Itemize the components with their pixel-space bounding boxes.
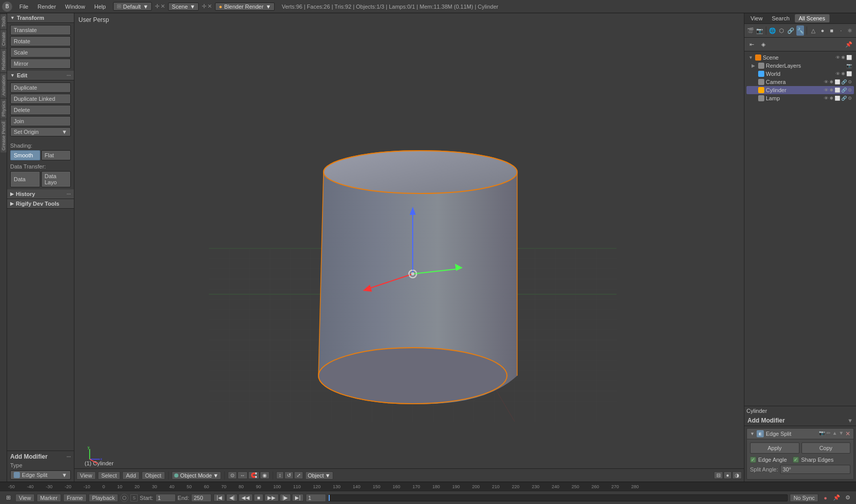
layer-nav-icon[interactable]: ◈ (758, 39, 768, 49)
world-item[interactable]: World 👁 ✱ ⬜ (746, 70, 854, 78)
lamp-vis-icon[interactable]: 👁 (824, 96, 828, 101)
set-origin-dropdown[interactable]: Set Origin ▼ (10, 127, 71, 136)
sync-icon[interactable]: S (130, 494, 138, 501)
transform-space-dropdown[interactable]: Object ▼ (305, 471, 333, 480)
cyl-sel-icon[interactable]: ✱ (830, 88, 834, 93)
translate-btn[interactable]: Translate (10, 25, 71, 35)
tab-tools[interactable]: Tools (1, 14, 7, 29)
mode-dropdown[interactable]: Object Mode ▼ (172, 471, 221, 480)
smooth-btn[interactable]: Smooth (10, 150, 40, 160)
view-timeline-btn[interactable]: View (15, 494, 35, 502)
mod-close-icon[interactable]: ✕ (845, 430, 850, 437)
menu-file[interactable]: File (15, 3, 33, 11)
scene-render-icon[interactable]: ⬜ (846, 55, 852, 60)
scene-add-btn[interactable]: ✛ (202, 3, 206, 10)
physics-btn[interactable]: ⚛ (846, 25, 854, 36)
cyl-extra1[interactable]: 🔗 (841, 88, 847, 93)
scale-icon[interactable]: ⤢ (294, 471, 303, 479)
scene-dropdown[interactable]: Scene ▼ (168, 3, 199, 11)
pin-timeline-icon[interactable]: 📌 (832, 493, 842, 503)
data-layo-btn[interactable]: Data Layo (41, 171, 71, 187)
render-layers-item[interactable]: ▶ RenderLayers 📷 (746, 62, 854, 70)
particles-btn[interactable]: · (837, 25, 845, 36)
cyl-extra2[interactable]: ⚙ (848, 88, 852, 93)
rotate-icon[interactable]: ↺ (284, 471, 293, 479)
jump-end-btn[interactable]: ▶| (292, 494, 304, 501)
rec-icon[interactable]: ● (820, 493, 831, 503)
material-btn[interactable]: ● (819, 25, 826, 36)
start-input[interactable] (155, 494, 176, 502)
mod-camera-icon[interactable]: 📷 (819, 430, 825, 437)
jump-start-btn[interactable]: |◀ (213, 494, 225, 501)
translate-icon[interactable]: ↕ (276, 471, 284, 479)
settings-timeline-icon[interactable]: ⚙ (843, 493, 853, 503)
camera-item[interactable]: Camera 👁 ✱ ⬜ 🔗 ⚙ (746, 78, 854, 86)
copy-btn[interactable]: Copy (801, 442, 851, 454)
frame-btn[interactable]: Frame (63, 494, 87, 502)
apply-btn[interactable]: Apply (750, 442, 799, 454)
layout-dropdown[interactable]: ⊞ Default ▼ (113, 2, 152, 11)
texture-btn[interactable]: ■ (828, 25, 836, 36)
cam-vis-icon[interactable]: 👁 (824, 79, 828, 85)
duplicate-btn[interactable]: Duplicate (10, 82, 71, 93)
cylinder-item[interactable]: Cylinder 👁 ✱ ⬜ 🔗 ⚙ (746, 86, 854, 94)
sync-dropdown[interactable]: No Sync (790, 494, 818, 502)
modifiers-btn active[interactable]: 🔧 (796, 25, 804, 36)
overlay-icon[interactable]: ◑ (732, 471, 742, 479)
proportional-icon[interactable]: ◉ (260, 471, 270, 479)
marker-btn[interactable]: Marker (37, 494, 61, 502)
edge-angle-checkbox[interactable] (750, 457, 756, 463)
transform-section-header[interactable]: ▼ Transform (7, 13, 74, 23)
timeline-icon-btn[interactable]: ⊞ (3, 493, 13, 503)
lamp-rnd-icon[interactable]: ⬜ (835, 96, 840, 101)
next-keyframe-btn[interactable]: |▶ (280, 494, 291, 501)
tab-relations[interactable]: Relations (1, 49, 7, 72)
constraints-btn[interactable]: 🔗 (787, 25, 795, 36)
tab-all-scenes[interactable]: All Scenes (795, 14, 830, 22)
history-section[interactable]: ▶ History ··· (7, 189, 74, 199)
cam-extra1[interactable]: 🔗 (841, 79, 847, 85)
layer-icon[interactable]: ⊟ (714, 471, 723, 479)
manipulator-icon[interactable]: ↔ (237, 471, 248, 479)
data-btn-right[interactable]: △ (810, 25, 817, 36)
lamp-sel-icon[interactable]: ✱ (830, 96, 834, 101)
scale-btn[interactable]: Scale (10, 47, 71, 58)
object-menu[interactable]: Object (142, 471, 165, 480)
timeline-track[interactable] (328, 494, 788, 501)
cyl-vis-icon[interactable]: 👁 (824, 88, 828, 93)
split-angle-value[interactable]: 30° (780, 465, 850, 474)
duplicate-linked-btn[interactable]: Duplicate Linked (10, 94, 71, 104)
layout-add-btn[interactable]: ✛ (155, 3, 159, 10)
pivot-icon[interactable]: ⊙ (228, 471, 237, 479)
object-props-btn[interactable]: ⬡ (778, 25, 786, 36)
play-btn[interactable]: ▶▶ (264, 494, 279, 501)
edge-split-dropdown[interactable]: Edge Split ▼ (10, 470, 71, 480)
menu-render[interactable]: Render (34, 3, 60, 11)
tab-animation[interactable]: Animation (1, 73, 7, 98)
world-rnd-icon[interactable]: ⬜ (846, 71, 852, 76)
lamp-extra1[interactable]: 🔗 (841, 96, 847, 101)
scene-remove-btn[interactable]: ✕ (207, 3, 212, 10)
select-menu[interactable]: Select (98, 471, 121, 480)
mod-card-expand[interactable]: ▼ (750, 431, 755, 436)
tab-create[interactable]: Create (1, 30, 7, 48)
scene-root-item[interactable]: ▼ Scene 👁 ✱ ⬜ (746, 53, 854, 62)
add-menu[interactable]: Add (122, 471, 140, 480)
world-sel-icon[interactable]: ✱ (841, 71, 845, 76)
3d-view[interactable] (82, 29, 744, 468)
layout-remove-btn[interactable]: ✕ (160, 3, 165, 10)
view-menu[interactable]: View (76, 471, 96, 480)
rigify-section-header[interactable]: ▶ Rigify Dev Tools (7, 199, 74, 209)
flat-btn[interactable]: Flat (41, 150, 71, 160)
scene-select-icon[interactable]: ✱ (841, 55, 845, 60)
scene-visible-icon[interactable]: 👁 (836, 55, 840, 60)
tab-search[interactable]: Search (768, 14, 794, 22)
shading-icon[interactable]: ● (724, 471, 732, 479)
play-reverse-btn[interactable]: ◀◀ (238, 494, 253, 501)
mod-edit-icon[interactable]: ✏ (826, 430, 831, 437)
world-icon-btn[interactable]: 🌐 (769, 25, 777, 36)
join-btn[interactable]: Join (10, 116, 71, 126)
data-btn[interactable]: Data (10, 171, 40, 187)
pin-icon[interactable]: 📌 (844, 39, 854, 49)
scene-nav-icon[interactable]: ⇤ (746, 39, 757, 49)
